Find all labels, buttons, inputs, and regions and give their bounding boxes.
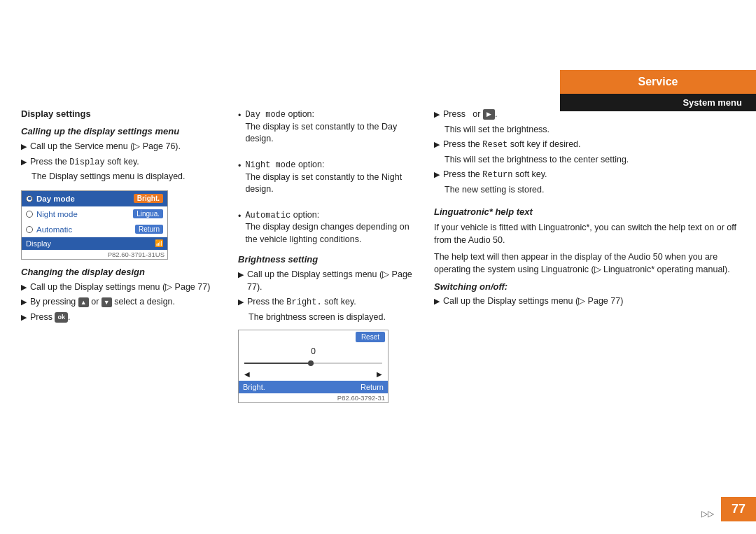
change-bullet-1: ▶ Call up the Display settings menu (▷ P… xyxy=(21,281,224,294)
double-arrow: ▷▷ xyxy=(701,509,714,519)
bright-bullet-1: ▶ Call up the Display settings menu (▷ P… xyxy=(238,269,420,293)
right-arrow-3: ▶ xyxy=(434,169,440,180)
bright-arrow-1: ▶ xyxy=(238,269,244,280)
right-reset-desc: This will set the brightness to the cent… xyxy=(434,154,742,167)
display-bright-btn: Bright. xyxy=(134,194,163,203)
change-bullet-1-text: Call up the Display settings menu (▷ Pag… xyxy=(30,281,224,294)
switch-arrow: ▶ xyxy=(434,296,440,307)
right-arrow-2: ▶ xyxy=(434,139,440,150)
bright-label-row: Bright. Return xyxy=(239,381,388,393)
bright-slider-area: 0 ◀ ▶ xyxy=(239,344,388,381)
page-number: 77 xyxy=(721,497,756,521)
bright-slider xyxy=(244,358,382,368)
display-lingua-btn: Lingua. xyxy=(133,209,163,218)
brightness-subtitle: Brightness setting xyxy=(238,254,420,265)
bright-value: 0 xyxy=(244,346,382,356)
right-return-bullet: ▶ Press the Return soft key. xyxy=(434,169,742,181)
change-arrow-3: ▶ xyxy=(21,312,27,323)
bullet-arrow-1: ▶ xyxy=(21,141,27,152)
right-press-desc: This will set the brightness. xyxy=(434,124,742,136)
bright-reset-row: Reset xyxy=(239,330,388,344)
bright-arrow-2: ▶ xyxy=(238,297,244,307)
bright-return-btn: Return xyxy=(360,383,384,391)
display-footer: Display 📶 xyxy=(22,237,167,250)
lingua-desc-2: The help text will then appear in the di… xyxy=(434,251,742,276)
left-column: Display settings Calling up the display … xyxy=(21,108,224,478)
mid-dot-3: • xyxy=(238,211,241,223)
right-reset-desc-text: This will set the brightness to the cent… xyxy=(444,154,742,167)
display-night-row: Night mode Lingua. xyxy=(22,206,167,222)
display-ref: P82.60-3791-31US xyxy=(22,250,167,259)
change-bullet-3: ▶ Press ok. xyxy=(21,311,224,324)
bright-ends: ◀ ▶ xyxy=(244,370,382,378)
header-area: Service System menu xyxy=(560,70,756,111)
middle-column: • Day mode option:The display is set con… xyxy=(238,108,420,478)
calling-up-subtitle: Calling up the display settings menu xyxy=(21,126,224,136)
mid-dot-1: • xyxy=(238,110,241,122)
display-footer-icon: 📶 xyxy=(155,239,163,247)
right-reset-text: Press the Reset soft key if desired. xyxy=(443,139,742,151)
bright-fill xyxy=(244,363,314,364)
left-bullet-3-text: The Display settings menu is displayed. xyxy=(31,171,224,183)
radio-empty-2 xyxy=(26,226,33,233)
mid-auto-text: Automatic option:The display design chan… xyxy=(245,209,420,246)
change-arrow-2: ▶ xyxy=(21,297,27,307)
bright-bullet-3-text: The brightness screen is displayed. xyxy=(248,311,420,324)
right-press-bullet: ▶ Press or ▶. xyxy=(434,108,742,121)
bright-bullet-2-text: Press the Bright. soft key. xyxy=(247,296,420,309)
display-day-mode-label: Day mode xyxy=(36,195,132,203)
bright-bullet-3: The brightness screen is displayed. xyxy=(238,311,420,324)
main-content: Display settings Calling up the display … xyxy=(21,108,742,478)
bright-label: Bright. xyxy=(243,383,265,391)
bright-minus: ◀ xyxy=(244,370,250,378)
mid-auto-bullet: • Automatic option:The display design ch… xyxy=(238,209,420,246)
mid-dot-2: • xyxy=(238,160,241,173)
left-bullet-2: ▶ Press the Display soft key. xyxy=(21,156,224,169)
mid-day-text: Day mode option:The display is set const… xyxy=(245,108,420,146)
bright-plus: ▶ xyxy=(377,370,382,378)
radio-empty-1 xyxy=(26,211,33,218)
linguatronic-subtitle: Linguatronic* help text xyxy=(434,206,742,217)
bright-bullet-2: ▶ Press the Bright. soft key. xyxy=(238,296,420,309)
changing-subtitle: Changing the display design xyxy=(21,267,224,277)
switch-bullet-text: Call up the Display settings menu (▷ Pag… xyxy=(443,295,742,308)
display-return-btn: Return xyxy=(135,225,163,234)
change-arrow-1: ▶ xyxy=(21,282,27,293)
change-bullet-3-text: Press ok. xyxy=(30,311,224,324)
display-settings-title: Display settings xyxy=(21,108,224,119)
right-press-desc-text: This will set the brightness. xyxy=(444,124,742,136)
bright-ref: P82.60-3792-31 xyxy=(239,393,388,402)
change-bullet-2-text: By pressing ▲ or ▼ select a design. xyxy=(30,296,224,309)
display-auto-row: Automatic Return xyxy=(22,222,167,237)
display-mockup: Day mode Bright. Night mode Lingua. Auto… xyxy=(21,190,168,260)
service-tab: Service xyxy=(560,70,756,94)
right-return-desc: The new setting is stored. xyxy=(434,184,742,197)
right-column: ▶ Press or ▶. This will set the brightne… xyxy=(434,108,742,478)
right-press-text: Press or ▶. xyxy=(443,108,742,121)
switching-subtitle: Switching on/off: xyxy=(434,281,742,292)
bright-bullet-1-text: Call up the Display settings menu (▷ Pag… xyxy=(247,269,420,293)
bright-thumb xyxy=(308,360,314,366)
bright-reset-btn: Reset xyxy=(356,332,385,342)
right-reset-bullet: ▶ Press the Reset soft key if desired. xyxy=(434,139,742,151)
left-bullet-1-text: Call up the Service menu (▷ Page 76). xyxy=(30,141,224,153)
right-return-text: Press the Return soft key. xyxy=(443,169,742,181)
left-bullet-1: ▶ Call up the Service menu (▷ Page 76). xyxy=(21,141,224,153)
brightness-mockup: Reset 0 ◀ ▶ Bright. Return P82.60-3792-3… xyxy=(238,330,388,403)
display-auto-label: Automatic xyxy=(36,225,133,234)
mid-day-bullet: • Day mode option:The display is set con… xyxy=(238,108,420,146)
right-return-desc-text: The new setting is stored. xyxy=(444,184,742,197)
mid-night-bullet: • Night mode option:The display is set c… xyxy=(238,159,420,196)
left-bullet-3: The Display settings menu is displayed. xyxy=(21,171,224,183)
change-bullet-2: ▶ By pressing ▲ or ▼ select a design. xyxy=(21,296,224,309)
display-header-row: Day mode Bright. xyxy=(22,191,167,206)
display-footer-label: Display xyxy=(26,239,51,248)
bullet-arrow-2: ▶ xyxy=(21,157,27,167)
display-night-label: Night mode xyxy=(36,210,131,218)
left-bullet-2-text: Press the Display soft key. xyxy=(30,156,224,169)
mid-night-text: Night mode option:The display is set con… xyxy=(245,159,420,196)
switch-bullet: ▶ Call up the Display settings menu (▷ P… xyxy=(434,295,742,308)
lingua-desc-1: If your vehicle is fitted with Linguatro… xyxy=(434,221,742,246)
radio-filled xyxy=(26,195,33,202)
right-arrow-1: ▶ xyxy=(434,109,440,120)
